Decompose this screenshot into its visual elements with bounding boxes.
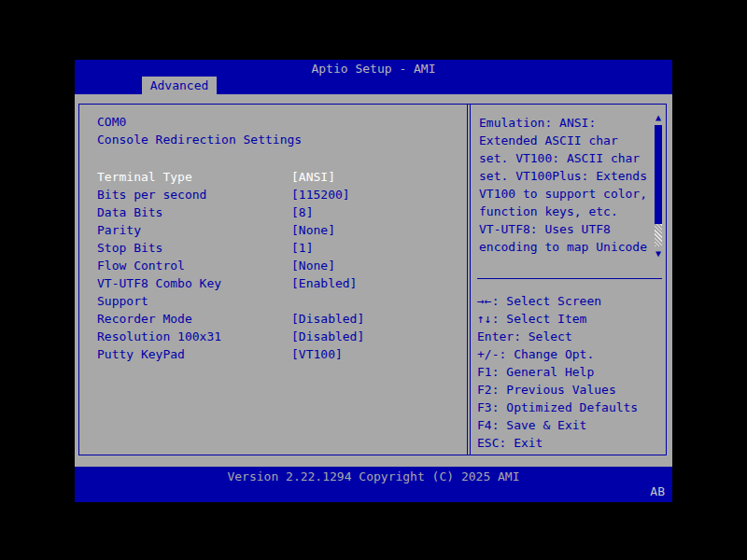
setting-value: [8] bbox=[291, 203, 313, 221]
title-bar: Aptio Setup - AMI Advanced bbox=[75, 60, 672, 94]
setting-label: Flow Control bbox=[97, 259, 185, 273]
footer-bar: Version 2.22.1294 Copyright (C) 2025 AMI… bbox=[75, 467, 672, 502]
hotkey-row: ESC: Exit bbox=[477, 434, 638, 452]
setting-label: Terminal Type bbox=[97, 170, 192, 184]
setting-value: [Enabled] bbox=[291, 274, 357, 292]
hotkey-separator: : bbox=[492, 294, 507, 308]
setting-row[interactable]: Data Bits[8] bbox=[97, 203, 461, 221]
setting-value: [ANSI] bbox=[291, 168, 335, 186]
hotkey-legend: →←: Select Screen ↑↓: Select Item Enter:… bbox=[477, 292, 638, 452]
setting-label: Stop Bits bbox=[97, 241, 162, 255]
page-title: Aptio Setup - AMI bbox=[75, 62, 672, 76]
hotkey-action: Change Opt. bbox=[514, 347, 594, 361]
setting-value: [VT100] bbox=[291, 345, 343, 363]
setting-row[interactable]: Recorder Mode[Disabled] bbox=[97, 310, 461, 328]
hotkey-separator: : bbox=[492, 312, 507, 326]
setting-value: [None] bbox=[291, 257, 335, 274]
help-text-line: Emulation: ANSI: bbox=[479, 114, 653, 132]
help-text-line: VT100 to support color, bbox=[479, 185, 653, 203]
hotkey-separator: : bbox=[514, 329, 529, 343]
hotkey-action: Previous Values bbox=[506, 383, 615, 397]
scrollbar-hatch bbox=[655, 224, 662, 246]
setting-row[interactable]: Bits per second[115200] bbox=[97, 186, 461, 203]
hotkey-row: Enter: Select bbox=[477, 328, 638, 345]
hotkey-row: →←: Select Screen bbox=[477, 292, 638, 310]
setting-label: Bits per second bbox=[97, 188, 206, 202]
corner-tag: AB bbox=[650, 484, 665, 498]
help-text-line: Extended ASCII char bbox=[479, 132, 653, 149]
hotkey-separator: : bbox=[492, 400, 507, 414]
hotkey-key: +/- bbox=[477, 347, 499, 361]
tab-advanced[interactable]: Advanced bbox=[142, 77, 217, 94]
section-heading: COM0Console Redirection Settings bbox=[97, 113, 302, 148]
scroll-down-icon[interactable]: ▼ bbox=[654, 248, 663, 259]
hotkey-action: Select bbox=[529, 329, 572, 343]
setting-label: VT-UTF8 Combo Key bbox=[97, 276, 221, 290]
setting-row[interactable]: Terminal Type[ANSI] bbox=[97, 168, 461, 186]
hotkey-key: F2 bbox=[477, 383, 492, 397]
device-label: COM0 bbox=[97, 113, 302, 131]
hotkey-key: ↑↓ bbox=[477, 312, 492, 326]
setting-value: [None] bbox=[291, 221, 335, 239]
hotkey-key: Enter bbox=[477, 329, 514, 343]
help-text-line: VT-UTF8: Uses UTF8 bbox=[479, 220, 653, 238]
hotkey-row: +/-: Change Opt. bbox=[477, 345, 638, 363]
help-text: Emulation: ANSI: Extended ASCII char set… bbox=[479, 114, 653, 256]
help-text-line: encoding to map Unicode bbox=[479, 238, 653, 256]
version-text: Version 2.22.1294 Copyright (C) 2025 AMI bbox=[75, 469, 672, 483]
settings-list: Terminal Type[ANSI] Bits per second[1152… bbox=[97, 168, 461, 363]
hotkey-key: ESC bbox=[477, 436, 499, 450]
hotkey-separator: : bbox=[499, 436, 514, 450]
section-title: Console Redirection Settings bbox=[97, 131, 302, 148]
setting-value: [115200] bbox=[291, 186, 350, 203]
hotkey-row: F3: Optimized Defaults bbox=[477, 399, 638, 416]
hotkey-row: F1: General Help bbox=[477, 363, 638, 381]
hotkey-key: →← bbox=[477, 294, 492, 308]
help-text-line: set. VT100: ASCII char bbox=[479, 149, 653, 167]
hotkey-separator: : bbox=[492, 418, 507, 432]
help-keys-divider bbox=[477, 278, 662, 279]
setting-label: Data Bits bbox=[97, 205, 162, 219]
setting-row[interactable]: Support bbox=[97, 292, 461, 310]
setting-row[interactable]: Resolution 100x31[Disabled] bbox=[97, 328, 461, 345]
setting-row[interactable]: Putty KeyPad[VT100] bbox=[97, 345, 461, 363]
setting-label: Resolution 100x31 bbox=[97, 329, 221, 343]
scrollbar-track[interactable] bbox=[654, 123, 663, 248]
setting-row[interactable]: Flow Control[None] bbox=[97, 257, 461, 274]
scrollbar-thumb[interactable] bbox=[655, 125, 662, 224]
setting-label: Parity bbox=[97, 223, 141, 237]
hotkey-separator: : bbox=[492, 365, 507, 379]
hotkey-action: Optimized Defaults bbox=[506, 400, 638, 414]
hotkey-separator: : bbox=[492, 383, 507, 397]
hotkey-action: Select Item bbox=[506, 312, 586, 326]
hotkey-separator: : bbox=[499, 347, 514, 361]
hotkey-action: General Help bbox=[506, 365, 594, 379]
hotkey-row: F4: Save & Exit bbox=[477, 416, 638, 434]
setting-row[interactable]: Parity[None] bbox=[97, 221, 461, 239]
hotkey-action: Save & Exit bbox=[506, 418, 586, 432]
setting-label: Support bbox=[97, 294, 148, 308]
hotkey-action: Exit bbox=[514, 436, 543, 450]
help-text-line: function keys, etc. bbox=[479, 203, 653, 220]
hotkey-key: F3 bbox=[477, 400, 492, 414]
hotkey-action: Select Screen bbox=[506, 294, 601, 308]
hotkey-row: F2: Previous Values bbox=[477, 381, 638, 399]
scroll-up-icon[interactable]: ▲ bbox=[654, 112, 663, 123]
setting-value: [Disabled] bbox=[291, 328, 364, 345]
bios-setup-screen: Aptio Setup - AMI Advanced COM0Console R… bbox=[0, 0, 747, 560]
setting-value: [1] bbox=[291, 239, 313, 257]
hotkey-key: F4 bbox=[477, 418, 492, 432]
help-text-line: set. VT100Plus: Extends bbox=[479, 167, 653, 185]
setting-row[interactable]: VT-UTF8 Combo Key[Enabled] bbox=[97, 274, 461, 292]
setting-value: [Disabled] bbox=[291, 310, 364, 328]
setting-label: Recorder Mode bbox=[97, 312, 192, 326]
main-body: COM0Console Redirection Settings Termina… bbox=[75, 94, 672, 467]
hotkey-key: F1 bbox=[477, 365, 492, 379]
help-scrollbar[interactable]: ▲ ▼ bbox=[654, 112, 663, 259]
panel-divider bbox=[467, 105, 471, 455]
setting-row[interactable]: Stop Bits[1] bbox=[97, 239, 461, 257]
hotkey-row: ↑↓: Select Item bbox=[477, 310, 638, 328]
setting-label: Putty KeyPad bbox=[97, 347, 185, 361]
